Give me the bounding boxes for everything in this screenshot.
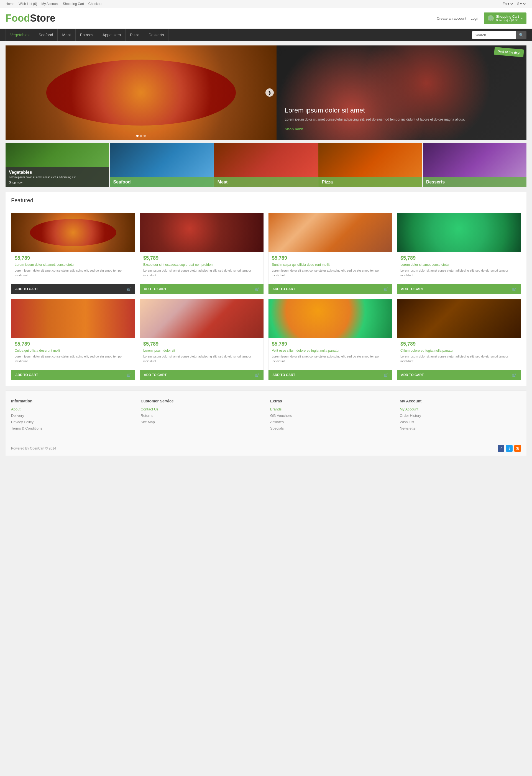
- footer-link-2-2[interactable]: Affiliates: [270, 420, 391, 424]
- add-to-cart-button-0[interactable]: ADD TO CART 🛒: [11, 284, 135, 294]
- footer-link-3-2[interactable]: Wish List: [400, 420, 521, 424]
- product-card-6: $5,789 Velit esse cillum dolore eu fugia…: [268, 299, 392, 380]
- cat-tile-vegetables[interactable]: Vegetables Lorem ipsum dolor sit amet co…: [6, 143, 109, 187]
- product-name-3: Lorem dolor sit amet conse ctetur: [401, 263, 517, 266]
- product-card-1: $5,789 Excepteur sint occaecat cupid-ata…: [140, 213, 264, 294]
- topbar-cart[interactable]: Shopping Cart: [63, 2, 84, 6]
- cat-link-vegetables[interactable]: Shop now!: [9, 181, 23, 184]
- footer-col-2: ExtrasBrandsGift VouchersAffiliatesSpeci…: [270, 399, 391, 433]
- search-input[interactable]: [472, 31, 516, 39]
- footer-link-2-1[interactable]: Gift Vouchers: [270, 413, 391, 418]
- rss-icon[interactable]: ⌘: [514, 445, 521, 452]
- language-select[interactable]: En ▾: [502, 2, 514, 6]
- nav-vegetables[interactable]: Vegetables: [6, 29, 34, 41]
- cart-icon: 🛒: [488, 15, 494, 21]
- nav-pizza[interactable]: Pizza: [125, 29, 144, 41]
- add-to-cart-button-6[interactable]: ADD TO CART 🛒: [268, 370, 392, 380]
- currency-select[interactable]: $ ▾: [516, 2, 526, 6]
- footer-link-3-1[interactable]: Order History: [400, 413, 521, 418]
- add-to-cart-button-1[interactable]: ADD TO CART 🛒: [140, 284, 264, 294]
- slider-dots: [136, 135, 146, 137]
- product-body-5: $5,789 Lorem ipsum dolor sit Lorem ipsum…: [140, 338, 264, 370]
- footer-link-0-0[interactable]: About: [11, 407, 132, 411]
- product-body-4: $5,789 Culpa qui officia deserunt molli …: [11, 338, 135, 370]
- create-account-link[interactable]: Create an account: [437, 16, 466, 20]
- add-to-cart-button-2[interactable]: ADD TO CART 🛒: [268, 284, 392, 294]
- topbar-account[interactable]: My Account: [41, 2, 58, 6]
- cart-icon-7: 🛒: [512, 373, 517, 377]
- product-card-5: $5,789 Lorem ipsum dolor sit Lorem ipsum…: [140, 299, 264, 380]
- cat-name-pizza: Pizza: [322, 180, 419, 185]
- top-bar-links: Home Wish List (0) My Account Shopping C…: [6, 2, 106, 6]
- footer-bottom: Powered By OpenCart © 2014 f t ⌘: [6, 441, 526, 456]
- slider-dot-3[interactable]: [144, 135, 146, 137]
- footer-link-0-2[interactable]: Privacy Policy: [11, 420, 132, 424]
- nav-meat[interactable]: Meat: [58, 29, 75, 41]
- logo-food: Food: [6, 12, 30, 24]
- product-card-2: $5,789 Sunt in culpa qui officia dese-ru…: [268, 213, 392, 294]
- cat-tile-pizza[interactable]: Pizza: [318, 143, 422, 187]
- slider-dot-1[interactable]: [136, 135, 139, 137]
- cat-overlay-meat: Meat: [214, 177, 318, 187]
- product-name-7: Cillum dolore eu fugiat nulla panatur: [401, 349, 517, 353]
- header: FoodStore Create an account Login 🛒 Shop…: [0, 8, 532, 29]
- products-grid: $5,789 Lorem ipsum dolor sit amet, conse…: [11, 213, 521, 380]
- topbar-checkout[interactable]: Checkout: [88, 2, 102, 6]
- footer-link-0-1[interactable]: Delivery: [11, 413, 132, 418]
- footer-link-3-0[interactable]: My Account: [400, 407, 521, 411]
- facebook-icon[interactable]: f: [498, 445, 504, 452]
- footer-link-1-0[interactable]: Contact Us: [141, 407, 262, 411]
- cart-dropdown-icon: ▾: [521, 17, 523, 20]
- product-image-0: [11, 213, 135, 252]
- footer-col-title-2: Extras: [270, 399, 391, 403]
- logo[interactable]: FoodStore: [6, 12, 55, 24]
- hero-text: Lorem ipsum dolor sit amet Lorem ipsum d…: [285, 107, 518, 131]
- add-to-cart-button-5[interactable]: ADD TO CART 🛒: [140, 370, 264, 380]
- slider-dot-2[interactable]: [140, 135, 142, 137]
- social-icons: f t ⌘: [498, 445, 521, 452]
- header-right: Create an account Login 🛒 Shopping Cart …: [437, 12, 526, 24]
- footer-link-1-2[interactable]: Site Map: [141, 420, 262, 424]
- login-link[interactable]: Login: [471, 16, 480, 20]
- product-image-7: [397, 299, 521, 338]
- cat-tile-meat[interactable]: Meat: [214, 143, 318, 187]
- product-desc-2: Lorem ipsum dolor sit amet conse ctetur …: [272, 268, 389, 277]
- footer-link-2-0[interactable]: Brands: [270, 407, 391, 411]
- add-to-cart-button-3[interactable]: ADD TO CART 🛒: [397, 284, 521, 294]
- cart-count: 0 item(s) - $0.00: [496, 19, 519, 22]
- add-to-cart-button-7[interactable]: ADD TO CART 🛒: [397, 370, 521, 380]
- slider-next-button[interactable]: ❯: [265, 88, 274, 97]
- product-desc-3: Lorem ipsum dolor sit amet conse ctetur …: [401, 268, 517, 277]
- shopping-cart-button[interactable]: 🛒 Shopping Cart 0 item(s) - $0.00 ▾: [484, 12, 526, 24]
- nav-appetizers[interactable]: Appetizers: [98, 29, 125, 41]
- add-to-cart-button-4[interactable]: ADD TO CART 🛒: [11, 370, 135, 380]
- cat-desc-vegetables: Lorem ipsum dolor sit amet conse ctetur …: [9, 176, 106, 179]
- cat-name-meat: Meat: [218, 180, 314, 185]
- footer-link-1-1[interactable]: Returns: [141, 413, 262, 418]
- footer-col-3: My AccountMy AccountOrder HistoryWish Li…: [400, 399, 521, 433]
- product-price-2: $5,789: [272, 255, 389, 261]
- footer-link-0-3[interactable]: Terms & Conditions: [11, 426, 132, 430]
- twitter-icon[interactable]: t: [506, 445, 513, 452]
- product-image-1: [140, 213, 264, 252]
- footer-link-3-3[interactable]: Newsletter: [400, 426, 521, 430]
- cat-tile-seafood[interactable]: Seafood: [110, 143, 213, 187]
- cat-name-seafood: Seafood: [113, 180, 210, 185]
- topbar-home[interactable]: Home: [6, 2, 14, 6]
- footer-link-2-3[interactable]: Specials: [270, 426, 391, 430]
- cart-icon-0: 🛒: [126, 287, 131, 291]
- search-button[interactable]: 🔍: [516, 31, 526, 39]
- hero-title: Lorem ipsum dolor sit amet: [285, 107, 518, 114]
- product-body-7: $5,789 Cillum dolore eu fugiat nulla pan…: [397, 338, 521, 370]
- nav-entrees[interactable]: Entrees: [76, 29, 98, 41]
- product-price-4: $5,789: [15, 341, 131, 347]
- cat-tile-desserts[interactable]: Desserts: [423, 143, 526, 187]
- nav-desserts[interactable]: Desserts: [144, 29, 169, 41]
- topbar-wishlist[interactable]: Wish List (0): [19, 2, 37, 6]
- cat-name-vegetables: Vegetables: [9, 170, 106, 175]
- product-desc-5: Lorem ipsum dolor sit amet conse ctetur …: [143, 354, 260, 363]
- hero-shop-now-link[interactable]: Shop now!: [285, 127, 303, 131]
- product-body-2: $5,789 Sunt in culpa qui officia dese-ru…: [268, 252, 392, 284]
- nav-seafood[interactable]: Seafood: [34, 29, 58, 41]
- cart-icon-2: 🛒: [383, 287, 388, 291]
